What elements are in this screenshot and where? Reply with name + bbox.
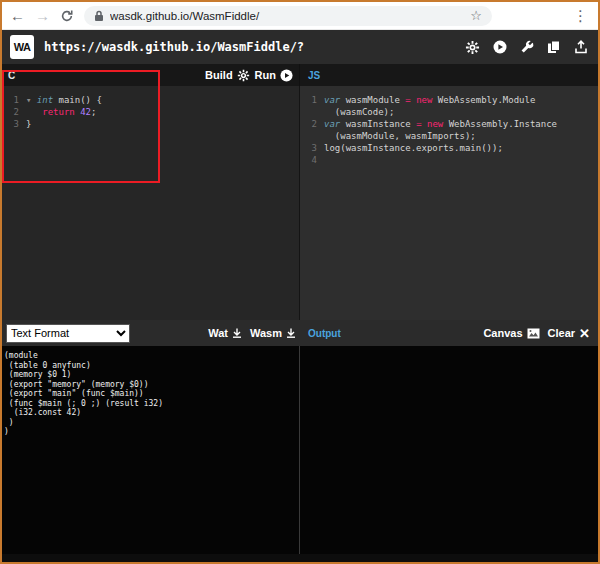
clear-label: Clear	[548, 327, 576, 339]
download-wat-button[interactable]: Wat	[208, 327, 242, 339]
forward-button[interactable]: →	[35, 8, 50, 23]
settings-button[interactable]	[465, 40, 480, 55]
output-pane[interactable]: (module (table 0 anyfunc) (memory $0 1) …	[2, 346, 300, 554]
download-icon	[286, 328, 296, 338]
canvas-pane	[300, 346, 598, 554]
reload-button[interactable]	[60, 9, 74, 23]
gear-icon	[465, 40, 480, 55]
js-toolbar-section: JS	[300, 64, 598, 86]
upload-icon	[574, 40, 588, 54]
canvas-clear-group: Canvas Clear ✕	[483, 327, 590, 340]
canvas-button[interactable]: Canvas	[483, 327, 539, 339]
wasm-label: Wasm	[250, 327, 282, 339]
wasmfiddle-logo: WA	[10, 35, 34, 59]
browser-chrome: ← → wasdk.github.io/WasmFiddle/ ☆ ⋮	[2, 2, 598, 30]
play-circle-icon	[493, 40, 507, 54]
build-button-label: Build	[205, 69, 233, 81]
reload-icon	[60, 9, 74, 23]
wasmfiddle-header: WA https://wasdk.github.io/WasmFiddle/?	[2, 30, 598, 64]
c-toolbar-section: C Build Run	[2, 64, 300, 86]
clear-button[interactable]: Clear ✕	[548, 327, 590, 340]
editors-row: 1▾ int main() {2 return 42;3} 1var wasmM…	[2, 86, 598, 320]
c-editor[interactable]: 1▾ int main() {2 return 42;3}	[2, 86, 300, 320]
format-select[interactable]: Text Format	[6, 324, 130, 343]
wat-label: Wat	[208, 327, 228, 339]
run-button-label: Run	[255, 69, 276, 81]
docs-button[interactable]	[547, 40, 561, 54]
bottom-bar	[2, 554, 598, 564]
output-toolbar: Text Format Wat Wasm Output Canvas	[2, 320, 598, 346]
tab-js[interactable]: JS	[308, 70, 320, 81]
run-button[interactable]: Run	[255, 69, 293, 82]
clear-x-icon: ✕	[579, 327, 590, 340]
page-title: https://wasdk.github.io/WasmFiddle/?	[44, 40, 455, 54]
tab-output[interactable]: Output	[308, 328, 341, 339]
editor-toolbar: C Build Run JS	[2, 64, 598, 86]
docs-icon	[547, 40, 561, 54]
address-bar[interactable]: wasdk.github.io/WasmFiddle/ ☆	[84, 6, 492, 26]
share-button[interactable]	[574, 40, 588, 54]
format-section: Text Format Wat Wasm	[2, 324, 300, 343]
browser-menu-button[interactable]: ⋮	[573, 7, 590, 25]
build-gear-icon	[237, 69, 250, 82]
canvas-label: Canvas	[483, 327, 522, 339]
download-wasm-button[interactable]: Wasm	[250, 327, 296, 339]
address-url[interactable]: wasdk.github.io/WasmFiddle/	[110, 10, 464, 22]
js-editor[interactable]: 1var wasmModule = new WebAssembly.Module…	[300, 86, 598, 320]
build-run-group: Build Run	[205, 69, 293, 82]
tools-button[interactable]	[520, 40, 534, 54]
download-group: Wat Wasm	[208, 327, 296, 339]
wat-output-text: (module (table 0 anyfunc) (memory $0 1) …	[4, 351, 297, 437]
run-play-icon	[280, 69, 293, 82]
run-header-button[interactable]	[493, 40, 507, 54]
download-icon	[232, 328, 242, 338]
wrench-icon	[520, 40, 534, 54]
header-actions	[465, 40, 588, 55]
bookmark-star-icon[interactable]: ☆	[470, 8, 482, 23]
output-row: (module (table 0 anyfunc) (memory $0 1) …	[2, 346, 598, 554]
build-button[interactable]: Build	[205, 69, 250, 82]
back-button[interactable]: ←	[10, 8, 25, 23]
output-section-header: Output Canvas Clear ✕	[300, 327, 598, 340]
app-window: ← → wasdk.github.io/WasmFiddle/ ☆ ⋮ WA h…	[0, 0, 600, 564]
lock-icon	[94, 10, 104, 22]
canvas-image-icon	[527, 328, 540, 339]
tab-c[interactable]: C	[8, 70, 15, 81]
